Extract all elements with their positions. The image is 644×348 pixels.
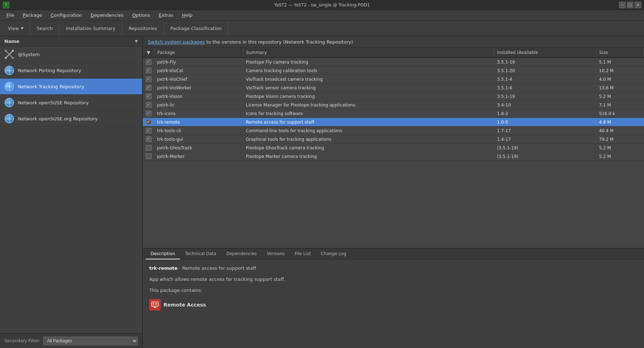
row-checkbox-cell[interactable] — [143, 66, 154, 75]
col-package[interactable]: Package — [154, 48, 243, 58]
menu-help[interactable]: Help — [178, 11, 196, 19]
maximize-button[interactable]: □ — [627, 2, 633, 8]
row-checkbox-cell[interactable] — [143, 84, 154, 92]
row-checkbox-cell[interactable] — [143, 135, 154, 144]
sidebar-item-opensuse-org-label: Network openSUSE.org Repository — [18, 116, 98, 121]
row-installed: 1.4-17 — [494, 135, 596, 144]
sidebar-name-label: Name — [4, 39, 19, 44]
menu-options[interactable]: Options — [129, 11, 154, 19]
row-checkbox-cell[interactable] — [143, 126, 154, 135]
row-checkbox[interactable] — [146, 111, 151, 116]
row-checkbox[interactable] — [146, 145, 151, 150]
row-checkbox-cell[interactable] — [143, 118, 154, 126]
tab-package-classification[interactable]: Package Classification — [164, 21, 228, 36]
menu-dependencies[interactable]: Dependencies — [87, 11, 127, 19]
sidebar: Name ▼ — [0, 36, 143, 348]
tab-repositories[interactable]: Repositories — [122, 21, 164, 36]
row-checkbox[interactable] — [146, 154, 151, 159]
sidebar-item-porting[interactable]: Network Porting Repository — [0, 63, 142, 79]
svg-point-4 — [5, 50, 7, 52]
detail-tab-versions[interactable]: Versions — [262, 249, 290, 259]
close-button[interactable]: ✕ — [635, 2, 641, 8]
secondary-filter: Secondary Filter: All Packages — [0, 333, 142, 348]
table-row[interactable]: trk-remoteRemote access for support staf… — [143, 118, 644, 126]
table-row[interactable]: pxtrk-VioCalCamera tracking calibration … — [143, 66, 644, 75]
row-checkbox[interactable] — [146, 85, 151, 90]
row-installed: 1.7-17 — [494, 126, 596, 135]
switch-system-packages-link[interactable]: Switch system packages — [148, 39, 205, 45]
row-package: pxtrk-VioWorker — [154, 84, 243, 92]
detail-tab-changelog[interactable]: Change Log — [316, 249, 351, 259]
minimize-button[interactable]: ─ — [619, 2, 625, 8]
svg-rect-6 — [152, 302, 158, 306]
table-row[interactable]: pxtrk-licLicense Manager for Pixotope tr… — [143, 101, 644, 109]
view-dropdown-arrow: ▼ — [21, 26, 24, 30]
row-summary: Graphical tools for tracking application… — [243, 135, 494, 144]
row-checkbox-cell[interactable] — [143, 58, 154, 66]
table-row[interactable]: trk-iconsIcons for tracking software1.8-… — [143, 109, 644, 118]
menu-configuration[interactable]: Configuration — [47, 11, 86, 19]
row-checkbox-cell[interactable] — [143, 152, 154, 161]
row-package: pxtrk-VioChief — [154, 75, 243, 84]
detail-tab-description[interactable]: Description — [146, 249, 180, 259]
row-checkbox-cell[interactable] — [143, 144, 154, 152]
col-installed[interactable]: Installed (Available — [494, 48, 596, 58]
sidebar-item-porting-label: Network Porting Repository — [18, 68, 81, 73]
row-size: 4.8 M — [596, 118, 644, 126]
row-checkbox-cell[interactable] — [143, 101, 154, 109]
col-summary[interactable]: Summary — [243, 48, 494, 58]
row-installed: 3.5.1-19 — [494, 92, 596, 101]
app-icon: Y — [3, 2, 9, 8]
row-checkbox[interactable] — [146, 136, 151, 142]
row-installed: 3.4-10 — [494, 101, 596, 109]
detail-tab-dependencies[interactable]: Dependencies — [221, 249, 262, 259]
tab-search[interactable]: Search — [30, 21, 60, 36]
remote-access-label: Remote Access — [163, 301, 206, 309]
sidebar-item-tracking[interactable]: Network Tracking Repository — [0, 79, 142, 95]
row-checkbox[interactable] — [146, 94, 151, 99]
detail-tab-filelist[interactable]: File List — [290, 249, 316, 259]
sidebar-item-opensuse-org[interactable]: Network openSUSE.org Repository — [0, 111, 142, 127]
row-summary: Pixotope Marker camera tracking — [243, 152, 494, 161]
table-row[interactable]: pxtrk-MarkerPixotope Marker camera track… — [143, 152, 644, 161]
detail-description-line1: trk-remote - Remote access for support s… — [149, 265, 638, 272]
col-sort-arrow: ▼ — [147, 50, 150, 55]
package-tbody: pxtrk-FlyPixotope Fly camera tracking3.5… — [143, 58, 644, 161]
row-checkbox[interactable] — [146, 119, 151, 125]
tab-installation-summary[interactable]: Installation Summary — [59, 21, 122, 36]
row-package: pxtrk-Vision — [154, 92, 243, 101]
window-controls[interactable]: ─ □ ✕ — [619, 2, 641, 8]
detail-tab-technical[interactable]: Technical Data — [180, 249, 221, 259]
tab-view[interactable]: View ▼ — [1, 21, 30, 36]
detail-long-desc: App which allows remote access for track… — [149, 276, 638, 283]
row-checkbox[interactable] — [146, 68, 151, 73]
table-row[interactable]: pxtrk-VioWorkerVioTrack sensor camera tr… — [143, 84, 644, 92]
row-checkbox[interactable] — [146, 102, 151, 108]
row-package: pxtrk-lic — [154, 101, 243, 109]
row-summary: Remote access for support staff — [243, 118, 494, 126]
menu-file[interactable]: File — [3, 11, 18, 19]
table-row[interactable]: pxtrk-VioChiefVioTrack broadcast camera … — [143, 75, 644, 84]
menu-package[interactable]: Package — [19, 11, 46, 19]
row-installed: (3.5.1-19) — [494, 152, 596, 161]
col-size[interactable]: Size — [596, 48, 644, 58]
row-checkbox[interactable] — [146, 76, 151, 82]
row-checkbox[interactable] — [146, 128, 151, 133]
row-checkbox-cell[interactable] — [143, 75, 154, 84]
table-row[interactable]: trk-tools-cliCommand-line tools for trac… — [143, 126, 644, 135]
table-row[interactable]: pxtrk-VisionPixotope Vision camera track… — [143, 92, 644, 101]
row-checkbox-cell[interactable] — [143, 92, 154, 101]
sidebar-item-opensuse-label: Network openSUSE Repository — [18, 100, 89, 105]
table-row[interactable]: pxtrk-FlyPixotope Fly camera tracking3.5… — [143, 58, 644, 66]
row-package: trk-icons — [154, 109, 243, 118]
table-row[interactable]: pxtrk-GhosTrackPixotope GhosTrack camera… — [143, 144, 644, 152]
row-checkbox-cell[interactable] — [143, 109, 154, 118]
row-summary: Command-line tools for tracking applicat… — [243, 126, 494, 135]
menu-extras[interactable]: Extras — [155, 11, 177, 19]
sidebar-item-opensuse[interactable]: Network openSUSE Repository — [0, 95, 142, 111]
sidebar-item-system[interactable]: @System — [0, 46, 142, 63]
table-row[interactable]: trk-tools-guiGraphical tools for trackin… — [143, 135, 644, 144]
row-checkbox[interactable] — [146, 59, 151, 65]
detail-tabs: Description Technical Data Dependencies … — [143, 249, 644, 260]
secondary-filter-select[interactable]: All Packages — [43, 337, 138, 345]
